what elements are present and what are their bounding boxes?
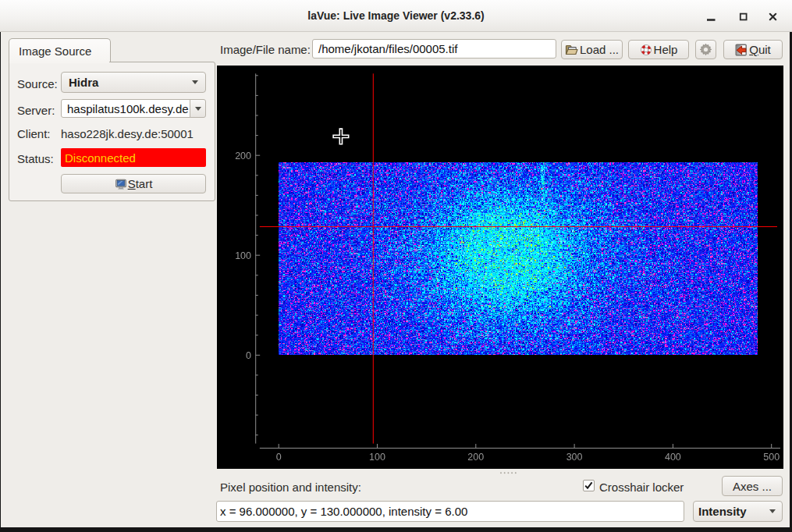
svg-text:500: 500 bbox=[763, 452, 780, 463]
svg-text:100: 100 bbox=[369, 452, 385, 463]
svg-text:200: 200 bbox=[235, 151, 251, 161]
svg-text:0: 0 bbox=[276, 452, 282, 463]
svg-text:100: 100 bbox=[235, 250, 251, 261]
svg-text:400: 400 bbox=[665, 452, 681, 463]
svg-text:200: 200 bbox=[467, 452, 484, 463]
svg-text:300: 300 bbox=[566, 452, 583, 463]
svg-text:0: 0 bbox=[246, 350, 251, 361]
